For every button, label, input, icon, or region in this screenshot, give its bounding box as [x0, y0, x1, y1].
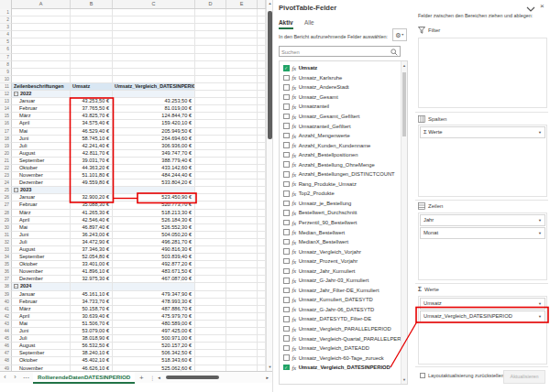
field-checkbox[interactable] [283, 210, 290, 216]
sheet-cell[interactable] [71, 61, 113, 69]
pivot-vergleich-cell[interactable]: 124.844,70 € [113, 113, 195, 120]
sheet-cell[interactable] [12, 16, 71, 24]
row-number[interactable]: 36 [0, 268, 12, 276]
pivot-umsatz-cell[interactable]: 53.079,00 € [71, 328, 113, 335]
row-number[interactable]: 26 [0, 194, 12, 201]
pivot-umsatz-cell[interactable]: 34.472,90 € [71, 239, 113, 246]
pivot-month-cell[interactable]: November [12, 268, 71, 276]
sheet-cell[interactable] [226, 283, 258, 290]
pivot-vergleich-cell[interactable]: 504.050,20 € [113, 232, 195, 239]
field-item[interactable]: fxUmsatz_Vergleich_DATEADD [280, 343, 407, 354]
next-sheet-icon[interactable]: › [10, 372, 20, 383]
sheet-cell[interactable] [226, 91, 258, 98]
pivot-month-cell[interactable]: August [12, 150, 71, 158]
pivot-month-cell[interactable]: Dezember [12, 276, 71, 283]
columns-dropzone[interactable]: Σ Werte▼ [418, 125, 547, 197]
row-number[interactable]: 41 [0, 306, 12, 313]
sheet-cell[interactable] [258, 143, 266, 150]
sheet-cell[interactable] [258, 283, 266, 290]
sheet-cell[interactable] [195, 158, 226, 165]
row-number[interactable]: 43 [0, 321, 12, 328]
field-checkbox[interactable] [283, 278, 290, 284]
row-number[interactable]: 34 [0, 254, 12, 261]
sheet-cell[interactable] [258, 24, 266, 31]
field-item[interactable]: fxUmsatz_Kumuliert_DATESYTD [280, 295, 407, 305]
pivot-vergleich-cell[interactable]: 43.253,50 € [113, 98, 195, 105]
pivot-vergleich-cell[interactable]: 480.589,00 € [113, 321, 195, 328]
row-number[interactable]: 24 [0, 180, 12, 187]
chevron-down-icon[interactable] [526, 5, 535, 13]
sheet-cell[interactable] [195, 299, 226, 306]
pivot-month-cell[interactable]: September [12, 254, 71, 261]
scroll-down-icon[interactable]: ▼ [402, 377, 407, 382]
pivot-month-cell[interactable]: August [12, 246, 71, 254]
column-header-A[interactable]: A [12, 0, 71, 8]
sheet-cell[interactable] [195, 16, 226, 24]
pivot-umsatz-cell[interactable]: 46.529,40 € [71, 128, 113, 136]
row-number[interactable]: 9 [0, 69, 12, 76]
pivot-vergleich-cell[interactable]: 388.779,40 € [113, 158, 195, 165]
pivot-vergleich-cell[interactable]: 479.347,90 € [113, 291, 195, 299]
field-checkbox[interactable] [283, 239, 290, 245]
row-number[interactable]: 39 [0, 291, 12, 299]
update-button[interactable]: Aktualisieren [503, 370, 545, 384]
pivot-umsatz-cell[interactable]: 58.745,10 € [71, 136, 113, 143]
pivot-vergleich-cell[interactable]: 433.142,60 € [113, 165, 195, 172]
pivot-month-cell[interactable]: Januar [12, 194, 71, 201]
field-checkbox[interactable] [283, 142, 290, 148]
pivot-month-cell[interactable]: Mai [12, 128, 71, 136]
sheet-cell[interactable] [226, 313, 258, 321]
sheet-cell[interactable] [195, 120, 226, 127]
pivot-umsatz-cell[interactable]: 34.733,70 € [71, 299, 113, 306]
sheet-cell[interactable] [113, 61, 195, 69]
sheet-cell[interactable] [71, 31, 113, 38]
field-item[interactable]: fxUmsatz_Gesamt [280, 93, 407, 103]
pivot-month-cell[interactable]: April [12, 120, 71, 127]
field-item[interactable]: ✓fxUmsatz [280, 63, 407, 73]
defer-layout-checkbox[interactable] [420, 373, 425, 378]
sheet-cell[interactable] [195, 136, 226, 143]
list-scroll-thumb[interactable] [402, 72, 406, 136]
sheet-cell[interactable] [258, 328, 266, 335]
pivot-month-cell[interactable]: Oktober [12, 261, 71, 268]
pivot-vergleich-cell[interactable]: 523.450,90 € [113, 194, 195, 201]
pivot-month-cell[interactable]: Juni [12, 328, 71, 335]
sheet-cell[interactable] [195, 128, 226, 136]
sheet-cell[interactable] [195, 239, 226, 246]
sheet-cell[interactable] [195, 46, 226, 53]
sheet-cell[interactable] [226, 335, 258, 343]
sheet-cell[interactable] [195, 180, 226, 187]
sheet-cell[interactable] [226, 201, 258, 209]
rows-dropzone[interactable]: Jahr▼Monat▼ [418, 212, 547, 280]
field-checkbox[interactable] [283, 201, 290, 207]
sheet-cell[interactable] [258, 150, 266, 158]
sheet-cell[interactable] [226, 246, 258, 254]
pivot-vergleich-cell[interactable]: 264.694,60 € [113, 136, 195, 143]
sheet-cell[interactable] [258, 165, 266, 172]
collapse-icon[interactable]: − [14, 284, 18, 289]
pivot-vergleich-cell[interactable]: 306.936,00 € [113, 143, 195, 150]
search-input[interactable] [281, 48, 390, 56]
sheet-cell[interactable] [195, 246, 226, 254]
field-checkbox[interactable] [283, 181, 290, 188]
sheet-cell[interactable] [258, 291, 266, 299]
pivot-umsatz-cell[interactable]: 43.253,50 € [71, 98, 113, 105]
sheet-cell[interactable] [195, 357, 226, 365]
row-number[interactable]: 8 [0, 61, 12, 69]
sheet-cell[interactable] [12, 38, 71, 46]
field-checkbox[interactable]: ✓ [283, 365, 290, 371]
field-item[interactable]: fxMedianX_Bestellwert [280, 237, 407, 247]
field-item[interactable]: fxBestellwert_Durchschnitt [280, 208, 407, 218]
sheet-cell[interactable] [258, 276, 266, 283]
pivot-vergleich-cell[interactable]: 526.552,30 € [113, 224, 195, 232]
sheet-cell[interactable] [226, 217, 258, 224]
row-number[interactable]: 13 [0, 98, 12, 105]
column-header-E[interactable]: E [226, 0, 258, 8]
sheet-cell[interactable] [258, 136, 266, 143]
sheet-cell[interactable] [226, 232, 258, 239]
field-checkbox[interactable] [283, 161, 290, 168]
sheet-cell[interactable] [195, 24, 226, 31]
sheet-cell[interactable] [258, 239, 266, 246]
pivot-month-cell[interactable]: Mai [12, 321, 71, 328]
sheet-cell[interactable] [258, 201, 266, 209]
